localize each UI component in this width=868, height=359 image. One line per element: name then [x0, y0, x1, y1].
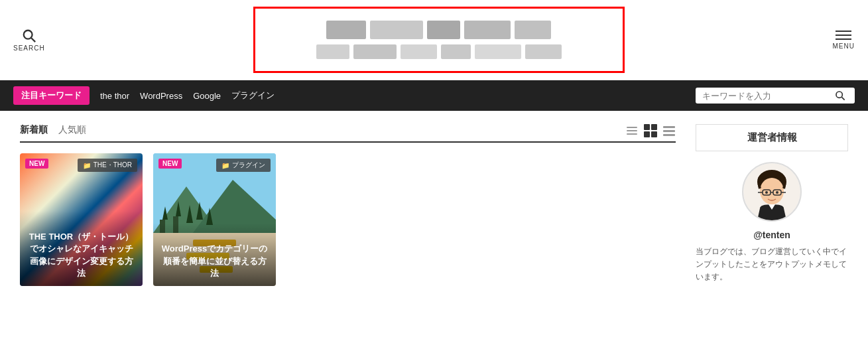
sidebar-title: 運営者情報 — [696, 124, 848, 151]
site-header: SEARCH MENU — [0, 0, 868, 80]
keyword-left: 注目キーワード the thor WordPress Google プラグイン — [13, 86, 275, 105]
keyword-wordpress[interactable]: WordPress — [140, 91, 182, 101]
folder-icon-2: 📁 — [221, 162, 229, 169]
author-name: @tenten — [696, 230, 848, 240]
banner-row-1 — [326, 21, 551, 39]
keyword-bar: 注目キーワード the thor WordPress Google プラグイン — [0, 80, 868, 111]
search-label: SEARCH — [13, 44, 45, 52]
article-image-1: NEW 📁 THE・THOR THE THOR（ザ・トール）でオシャレなアイキャ… — [20, 153, 143, 286]
svg-line-1 — [31, 38, 35, 42]
article-title-2: WordPressでカテゴリーの順番を簡単に並び替える方法 — [153, 223, 276, 286]
keyword-search-icon[interactable] — [835, 90, 845, 101]
keyword-the-thor[interactable]: the thor — [100, 91, 129, 101]
keyword-badge: 注目キーワード — [13, 86, 90, 105]
avatar-image — [743, 163, 800, 220]
category-badge-2: 📁 プラグイン — [216, 159, 271, 172]
search-button[interactable]: SEARCH — [13, 29, 45, 52]
svg-point-0 — [24, 30, 32, 38]
new-badge-2: NEW — [158, 159, 182, 169]
articles-section: 新着順 人気順 — [20, 124, 676, 286]
view-list-icon[interactable] — [625, 124, 639, 137]
svg-point-2 — [836, 92, 842, 98]
keyword-plugin[interactable]: プラグイン — [231, 90, 275, 102]
sort-tabs: 新着順 人気順 — [20, 124, 676, 143]
view-grid-icon[interactable] — [644, 124, 657, 137]
article-card-1[interactable]: NEW 📁 THE・THOR THE THOR（ザ・トール）でオシャレなアイキャ… — [20, 153, 143, 286]
hamburger-icon — [836, 31, 851, 40]
svg-point-26 — [765, 191, 768, 194]
search-icon — [22, 29, 36, 43]
article-image-2: NEW 📁 プラグイン WordPressでカテゴリーの順番を簡単に並び替える方… — [153, 153, 276, 286]
tab-newest[interactable]: 新着順 — [20, 124, 48, 143]
svg-line-3 — [841, 97, 844, 100]
menu-button[interactable]: MENU — [833, 31, 855, 50]
author-desc: 当ブログでは、ブログ運営していく中でインプットしたことをアウトプットメモしていま… — [696, 246, 848, 284]
category-badge-1: 📁 THE・THOR — [78, 159, 137, 172]
keyword-search-box[interactable] — [696, 88, 855, 104]
view-compact-icon[interactable] — [662, 124, 676, 137]
avatar — [742, 162, 802, 222]
article-card-2[interactable]: NEW 📁 プラグイン WordPressでカテゴリーの順番を簡単に並び替える方… — [153, 153, 276, 286]
sort-left: 新着順 人気順 — [20, 124, 86, 137]
keyword-search-input[interactable] — [702, 91, 835, 101]
author-avatar-container — [696, 162, 848, 222]
view-icons — [625, 124, 676, 137]
article-title-1: THE THOR（ザ・トール）でオシャレなアイキャッチ画像にデザイン変更する方法 — [20, 211, 143, 286]
svg-point-27 — [776, 191, 778, 194]
articles-grid: NEW 📁 THE・THOR THE THOR（ザ・トール）でオシャレなアイキャ… — [20, 153, 676, 286]
tab-popular[interactable]: 人気順 — [58, 124, 86, 137]
menu-label: MENU — [833, 42, 855, 50]
folder-icon-1: 📁 — [83, 162, 91, 169]
main-container: 新着順 人気順 — [0, 111, 868, 299]
banner-ad[interactable] — [253, 7, 625, 73]
banner-row-2 — [316, 44, 562, 59]
sidebar: 運営者情報 — [696, 124, 848, 286]
new-badge-1: NEW — [25, 159, 48, 169]
keyword-google[interactable]: Google — [193, 91, 221, 101]
